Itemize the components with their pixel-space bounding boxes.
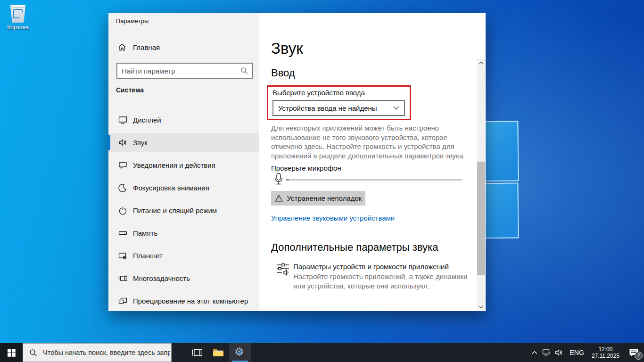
sidebar-item-label: Многозадачность: [133, 274, 190, 282]
sidebar-item-notifications[interactable]: Уведомления и действия: [108, 156, 259, 174]
home-icon: [118, 43, 126, 51]
multitasking-icon: [118, 274, 127, 283]
warning-icon: [275, 195, 283, 202]
gear-icon: ⚙: [234, 347, 246, 358]
taskbar-search[interactable]: [23, 343, 172, 362]
power-icon: [118, 206, 127, 215]
advanced-section-heading: Дополнительные параметры звука: [271, 241, 438, 254]
task-view-icon: [192, 348, 202, 357]
scroll-up-button[interactable]: [477, 59, 485, 66]
settings-app-button[interactable]: ⚙: [229, 343, 251, 362]
app-volume-mixer-icon: [276, 262, 290, 276]
mic-level-meter: [286, 179, 462, 181]
system-tray: ENG 12:00 27.11.2025 2: [529, 343, 644, 362]
sidebar-item-label: Проецирование на этот компьютер: [133, 297, 248, 305]
sidebar-section-system: Система: [116, 86, 144, 94]
taskbar-search-icon: [29, 349, 37, 357]
sidebar-item-label: Уведомления и действия: [133, 161, 215, 169]
troubleshoot-label: Устранение неполадок: [287, 194, 362, 202]
test-mic-label: Проверьте микрофон: [271, 164, 341, 172]
page-title: Звук: [271, 40, 303, 58]
sidebar-item-home[interactable]: Главная: [108, 38, 259, 57]
language-indicator[interactable]: ENG: [566, 343, 587, 362]
microphone-icon: [273, 173, 284, 187]
clock-date: 27.11.2025: [592, 353, 619, 359]
input-description: Для некоторых приложений может быть наст…: [271, 123, 475, 160]
manage-sound-devices-link[interactable]: Управление звуковыми устройствами: [271, 214, 395, 222]
clock-time: 12:00: [592, 346, 619, 353]
sidebar-item-label: Память: [133, 229, 157, 237]
sidebar-item-multitasking[interactable]: Многозадачность: [108, 269, 259, 288]
troubleshoot-button[interactable]: Устранение неполадок: [271, 191, 365, 206]
sidebar-item-label: Планшет: [133, 252, 163, 260]
scroll-down-button[interactable]: [477, 304, 485, 311]
file-explorer-icon: [213, 348, 224, 357]
settings-search[interactable]: [116, 63, 253, 79]
adv-item-description: Настройте громкость приложений, а также …: [293, 272, 469, 291]
notification-badge: 2: [635, 352, 643, 360]
recycle-bin[interactable]: Корзина: [3, 4, 33, 31]
sidebar-home-label: Главная: [133, 43, 160, 51]
sidebar-item-label: Фокусировка внимания: [133, 184, 209, 192]
adv-item-title[interactable]: Параметры устройств и громкости приложен…: [293, 263, 449, 271]
taskbar: ⚙ ENG 12:00 27.11.2025 2: [0, 343, 644, 362]
display-icon: [118, 115, 127, 124]
projecting-icon: [118, 296, 127, 305]
input-device-dropdown[interactable]: Устройства ввода не найдены: [272, 100, 405, 116]
settings-search-input[interactable]: [117, 67, 240, 75]
search-icon: [240, 67, 248, 74]
input-section-heading: Ввод: [271, 67, 295, 79]
network-icon[interactable]: [540, 343, 553, 362]
focus-moon-icon: [118, 183, 127, 192]
scrollbar[interactable]: [477, 59, 485, 311]
taskbar-search-input[interactable]: [42, 348, 171, 357]
storage-icon: [118, 229, 127, 238]
tablet-icon: [118, 251, 127, 260]
settings-window: Параметры Главная Система: [108, 13, 486, 311]
sidebar-item-label: Дисплей: [133, 116, 161, 124]
sound-icon: [118, 138, 127, 147]
sidebar-item-focus[interactable]: Фокусировка внимания: [108, 178, 259, 197]
sidebar-item-display[interactable]: Дисплей: [108, 110, 259, 129]
chevron-down-icon: [393, 106, 399, 110]
notification-center-button[interactable]: 2: [623, 343, 644, 362]
sidebar-item-projecting[interactable]: Проецирование на этот компьютер: [108, 291, 259, 310]
volume-icon[interactable]: [553, 343, 566, 362]
sidebar-item-power[interactable]: Питание и спящий режим: [108, 201, 259, 220]
recycle-bin-icon: [10, 4, 26, 23]
clock[interactable]: 12:00 27.11.2025: [588, 343, 623, 362]
sidebar-item-label: Звук: [133, 139, 148, 147]
sidebar-item-tablet[interactable]: Планшет: [108, 246, 259, 265]
scrollbar-thumb[interactable]: [477, 162, 485, 275]
file-explorer-button[interactable]: [207, 343, 229, 362]
screen: Корзина Параметры Главная Система: [0, 0, 644, 362]
windows-logo-icon: [8, 349, 16, 357]
start-button[interactable]: [0, 343, 23, 362]
sidebar-item-label: Питание и спящий режим: [133, 206, 217, 214]
task-view-button[interactable]: [186, 343, 207, 362]
select-device-label: Выберите устройство ввода: [272, 89, 365, 97]
recycle-bin-label: Корзина: [3, 24, 33, 31]
dropdown-value: Устройства ввода не найдены: [273, 104, 393, 112]
notifications-icon: [118, 161, 127, 170]
sidebar-item-storage[interactable]: Память: [108, 223, 259, 242]
window-title: Параметры: [116, 17, 149, 25]
sidebar-item-sound[interactable]: Звук: [108, 133, 259, 152]
tray-chevron-up[interactable]: [529, 343, 540, 362]
